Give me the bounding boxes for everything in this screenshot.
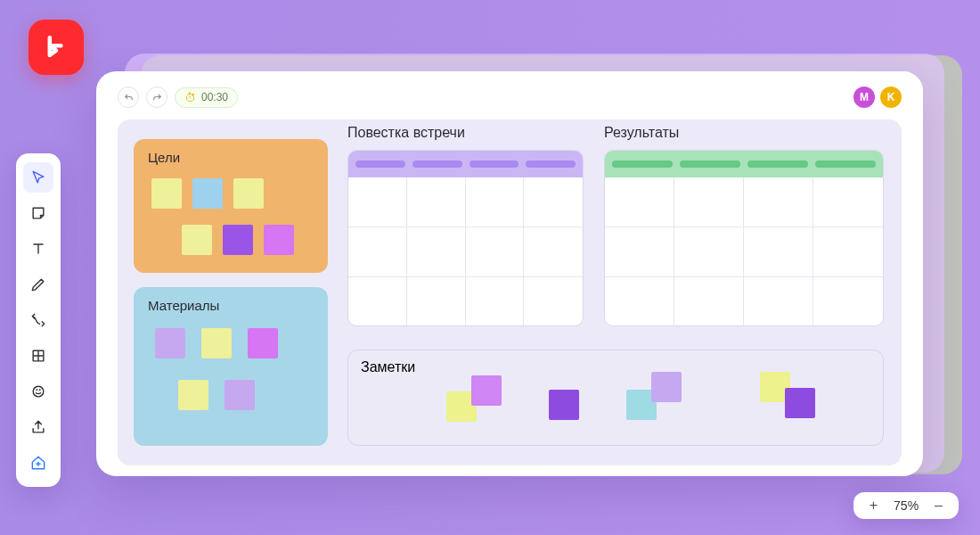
zoom-out-button[interactable]: – (931, 498, 946, 514)
sticky-note[interactable] (785, 388, 815, 418)
sticky-note[interactable] (248, 328, 278, 358)
svg-point-2 (39, 389, 41, 391)
zoom-control: + 75% – (853, 492, 959, 519)
sticky-note[interactable] (151, 178, 182, 209)
sticky-note[interactable] (225, 380, 255, 410)
sticky-note[interactable] (155, 328, 185, 358)
frame-tool[interactable] (23, 341, 53, 371)
zoom-level[interactable]: 75% (894, 498, 919, 513)
undo-button[interactable] (118, 86, 139, 108)
canvas[interactable]: Цели Материалы Повестка встречи Результа… (118, 119, 902, 465)
results-table[interactable] (604, 150, 884, 326)
pen-tool[interactable] (23, 269, 53, 300)
panel-title: Материалы (134, 287, 328, 317)
stopwatch-icon: ⏱ (184, 91, 196, 104)
redo-button[interactable] (146, 86, 167, 108)
app-logo (29, 20, 84, 75)
table-header (605, 151, 883, 177)
table-header (348, 151, 583, 177)
panel-title: Заметки (348, 350, 883, 375)
sticky-note[interactable] (223, 225, 253, 255)
goals-panel[interactable]: Цели (134, 139, 328, 273)
agenda-section: Повестка встречи (347, 125, 584, 339)
tool-palette (16, 153, 61, 487)
timer-value: 00:30 (201, 91, 228, 103)
presence-avatars: M K (853, 86, 902, 108)
avatar[interactable]: M (853, 86, 875, 108)
add-frame-tool[interactable] (23, 448, 53, 478)
table-grid[interactable] (348, 177, 583, 326)
connector-tool[interactable] (23, 305, 53, 335)
stamp-tool[interactable] (23, 376, 53, 407)
sticky-note[interactable] (182, 225, 212, 255)
notes-panel[interactable]: Заметки (347, 350, 884, 446)
sticky-note[interactable] (264, 225, 294, 255)
share-tool[interactable] (23, 412, 53, 442)
svg-point-0 (33, 386, 44, 397)
timer-pill[interactable]: ⏱ 00:30 (175, 87, 238, 108)
section-label: Результаты (604, 125, 884, 141)
app-window: ⏱ 00:30 M K Цели Материалы Повестка встр… (96, 71, 923, 476)
results-section: Результаты (604, 125, 884, 339)
sticky-note[interactable] (178, 380, 208, 410)
select-tool[interactable] (23, 162, 53, 193)
topbar: ⏱ 00:30 M K (118, 84, 902, 111)
svg-point-1 (36, 389, 37, 391)
sticky-note[interactable] (233, 178, 264, 209)
sticky-note[interactable] (651, 372, 682, 402)
sticky-note[interactable] (192, 178, 223, 209)
materials-panel[interactable]: Материалы (134, 287, 328, 446)
agenda-table[interactable] (347, 150, 584, 326)
avatar[interactable]: K (880, 86, 902, 108)
sticky-note[interactable] (201, 328, 232, 358)
section-label: Повестка встречи (347, 125, 584, 141)
sticky-note[interactable] (471, 375, 502, 406)
sticky-note[interactable] (549, 390, 579, 420)
panel-title: Цели (134, 139, 328, 169)
table-grid[interactable] (605, 177, 883, 326)
zoom-in-button[interactable]: + (866, 498, 881, 514)
sticky-tool[interactable] (23, 198, 53, 228)
text-tool[interactable] (23, 234, 53, 264)
